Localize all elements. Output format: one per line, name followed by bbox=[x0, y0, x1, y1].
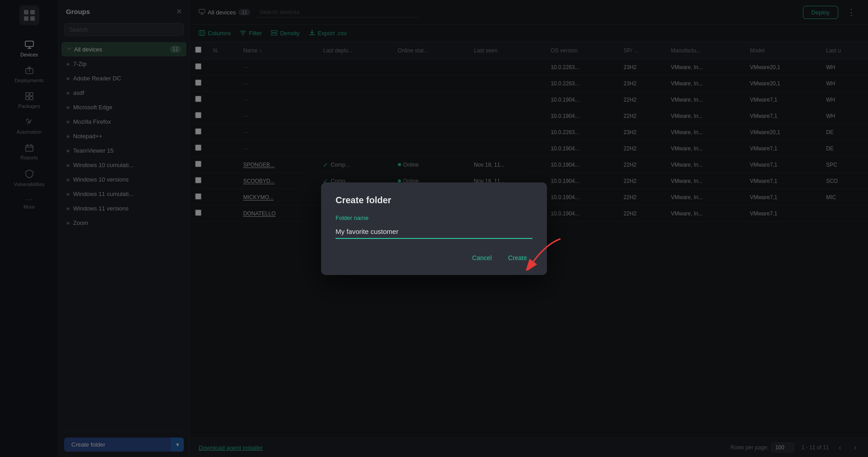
folder-name-label: Folder name bbox=[336, 215, 532, 221]
dialog-title: Create folder bbox=[336, 195, 532, 205]
dialog-actions: Cancel Create bbox=[336, 252, 532, 264]
folder-name-input[interactable] bbox=[336, 225, 532, 239]
create-folder-dialog: Create folder Folder name Cancel Create bbox=[321, 182, 547, 275]
modal-overlay[interactable]: Create folder Folder name Cancel Create bbox=[0, 0, 868, 457]
dialog-create-button[interactable]: Create bbox=[503, 252, 532, 264]
cancel-button[interactable]: Cancel bbox=[467, 252, 497, 264]
